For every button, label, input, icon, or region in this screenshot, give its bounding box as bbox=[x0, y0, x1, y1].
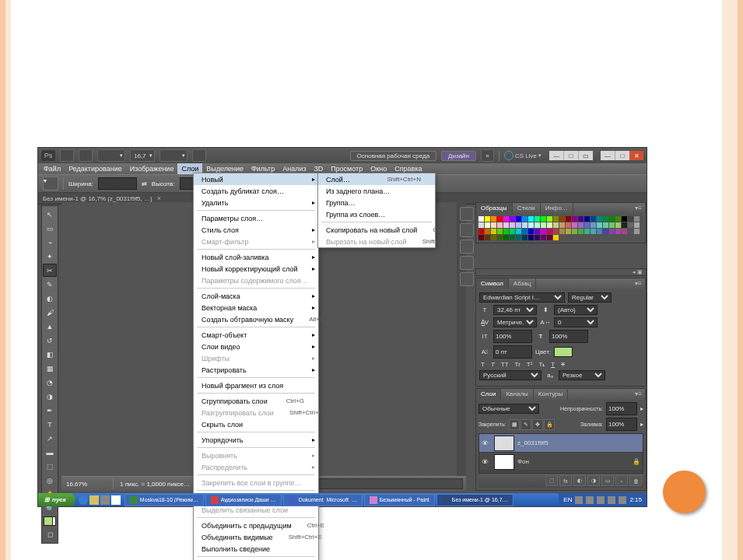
crop-tool-icon[interactable]: ▾ bbox=[43, 177, 58, 191]
aa-select[interactable]: Резкое bbox=[559, 370, 605, 380]
menu-item[interactable]: Из заднего плана… bbox=[318, 185, 435, 197]
menu-item[interactable]: Создать дубликат слоя… bbox=[194, 185, 318, 197]
swatch[interactable] bbox=[478, 216, 484, 222]
extras-icon[interactable] bbox=[192, 149, 206, 162]
visibility-icon[interactable]: 👁 bbox=[482, 458, 491, 466]
swatch[interactable] bbox=[534, 222, 540, 228]
swatch[interactable] bbox=[547, 235, 552, 240]
swatch[interactable] bbox=[541, 222, 546, 228]
panel-menu-icon[interactable]: ▾≡ bbox=[632, 278, 646, 289]
mask-icon[interactable]: ◐ bbox=[573, 475, 586, 486]
heal-tool-icon[interactable]: ◐ bbox=[43, 292, 57, 305]
swatch[interactable] bbox=[528, 229, 534, 234]
swatch[interactable] bbox=[497, 216, 503, 222]
wand-tool-icon[interactable]: ✦ bbox=[43, 250, 57, 263]
swatch[interactable] bbox=[491, 229, 496, 234]
menu-item[interactable]: Параметры слоя… bbox=[194, 212, 318, 224]
swatch[interactable] bbox=[510, 229, 515, 234]
menu-item[interactable]: Слой-маска bbox=[194, 290, 318, 302]
crop-tool-icon[interactable]: ✂ bbox=[43, 264, 57, 277]
swatch[interactable] bbox=[497, 222, 503, 228]
menu-Изображение[interactable]: Изображение bbox=[126, 163, 178, 174]
swatch[interactable] bbox=[591, 222, 596, 228]
layer-row[interactable]: 👁z_0031f9f5 bbox=[479, 434, 643, 453]
swatch[interactable] bbox=[609, 222, 615, 228]
swatch[interactable] bbox=[510, 216, 515, 222]
shape-tool-icon[interactable]: ▬ bbox=[43, 446, 57, 459]
swatch[interactable] bbox=[516, 216, 521, 222]
ql-explorer-icon[interactable] bbox=[89, 495, 99, 505]
tray-icon[interactable] bbox=[586, 496, 594, 504]
swatch[interactable] bbox=[584, 216, 590, 222]
menu-item[interactable]: Растрировать bbox=[194, 364, 318, 376]
move-tool-icon[interactable]: ↖ bbox=[43, 208, 57, 221]
color-swatches[interactable] bbox=[44, 516, 56, 526]
brush-tool-icon[interactable]: 🖌 bbox=[43, 306, 57, 319]
blur-tool-icon[interactable]: ◔ bbox=[43, 376, 57, 389]
text-color-swatch[interactable] bbox=[554, 347, 573, 357]
tray-icon[interactable] bbox=[608, 496, 615, 504]
baseline-field[interactable] bbox=[493, 345, 532, 359]
swatch[interactable] bbox=[547, 222, 552, 228]
swatch[interactable] bbox=[597, 216, 602, 222]
marquee-tool-icon[interactable]: ▭ bbox=[43, 222, 57, 235]
swatch[interactable] bbox=[522, 235, 527, 240]
opacity-field[interactable] bbox=[606, 402, 637, 415]
adjustments-panel-icon[interactable] bbox=[460, 256, 474, 270]
lock-buttons[interactable]: ▦✎✥🔒 bbox=[509, 419, 555, 430]
swatch[interactable] bbox=[503, 222, 509, 228]
swatch[interactable] bbox=[485, 235, 490, 240]
swatch[interactable] bbox=[597, 229, 602, 234]
menu-Файл[interactable]: Файл bbox=[40, 163, 65, 174]
swatch[interactable] bbox=[634, 229, 640, 234]
font-size-select[interactable]: 32,46 пт bbox=[493, 305, 537, 315]
swatch[interactable] bbox=[547, 216, 552, 222]
fill-arrow-icon[interactable]: ▸ bbox=[640, 421, 643, 428]
taskbar-task[interactable]: Аудиозаписи Даши … bbox=[205, 494, 282, 506]
swatches-grid[interactable] bbox=[476, 214, 646, 243]
swatch[interactable] bbox=[522, 229, 527, 234]
new-layer-icon[interactable]: ▫ bbox=[615, 475, 628, 486]
swatch[interactable] bbox=[634, 222, 640, 228]
swatch[interactable] bbox=[591, 216, 596, 222]
swatch[interactable] bbox=[534, 216, 540, 222]
zoom-dropdown[interactable]: 16,7 bbox=[130, 149, 155, 162]
swatch[interactable] bbox=[485, 229, 490, 234]
swatch[interactable] bbox=[553, 229, 559, 234]
tab-close-icon[interactable]: × bbox=[157, 194, 161, 202]
workspace-more[interactable]: » bbox=[481, 149, 494, 162]
3d-tool-icon[interactable]: ⬚ bbox=[43, 460, 57, 473]
swatches-panel-icon[interactable] bbox=[460, 223, 474, 237]
swatch[interactable] bbox=[603, 229, 608, 234]
swatch[interactable] bbox=[603, 222, 608, 228]
menu-item[interactable]: Упорядочить bbox=[194, 434, 318, 446]
menu-item[interactable]: Смарт-объект bbox=[194, 329, 318, 341]
menu-item[interactable]: Новый слой-заливка bbox=[194, 251, 318, 263]
swatch[interactable] bbox=[485, 222, 490, 228]
swatch[interactable] bbox=[566, 229, 571, 234]
swatch[interactable] bbox=[522, 216, 527, 222]
eraser-tool-icon[interactable]: ◧ bbox=[43, 348, 57, 361]
swatch[interactable] bbox=[572, 222, 577, 228]
layer-row[interactable]: 👁Фон🔒 bbox=[479, 453, 643, 471]
swatch[interactable] bbox=[572, 216, 577, 222]
menu-item[interactable]: Создать обтравочную маскуAlt+Ctrl+G bbox=[194, 313, 318, 325]
kerning-select[interactable]: Метриче… bbox=[493, 317, 537, 327]
delete-layer-icon[interactable]: 🗑 bbox=[629, 475, 642, 486]
menu-item[interactable]: Сгруппировать слоиCtrl+G bbox=[194, 395, 318, 407]
swatch[interactable] bbox=[578, 229, 584, 234]
eyedropper-tool-icon[interactable]: ✎ bbox=[43, 278, 57, 291]
ql-app-icon[interactable] bbox=[111, 495, 121, 505]
swatch[interactable] bbox=[584, 222, 590, 228]
visibility-icon[interactable]: 👁 bbox=[482, 439, 491, 447]
swatch[interactable] bbox=[510, 235, 515, 240]
menu-item[interactable]: Скрыть слои bbox=[194, 418, 318, 430]
tab-character[interactable]: Символ bbox=[476, 278, 509, 289]
stamp-tool-icon[interactable]: ▲ bbox=[43, 320, 57, 333]
swatch[interactable] bbox=[541, 235, 546, 240]
type-tool-icon[interactable]: T bbox=[43, 418, 57, 431]
swatch[interactable] bbox=[566, 222, 571, 228]
taskbar-task[interactable]: Moskva18-10 (Режим… bbox=[124, 494, 204, 506]
swatch[interactable] bbox=[553, 235, 559, 240]
screen-mode-dropdown[interactable] bbox=[159, 149, 188, 162]
